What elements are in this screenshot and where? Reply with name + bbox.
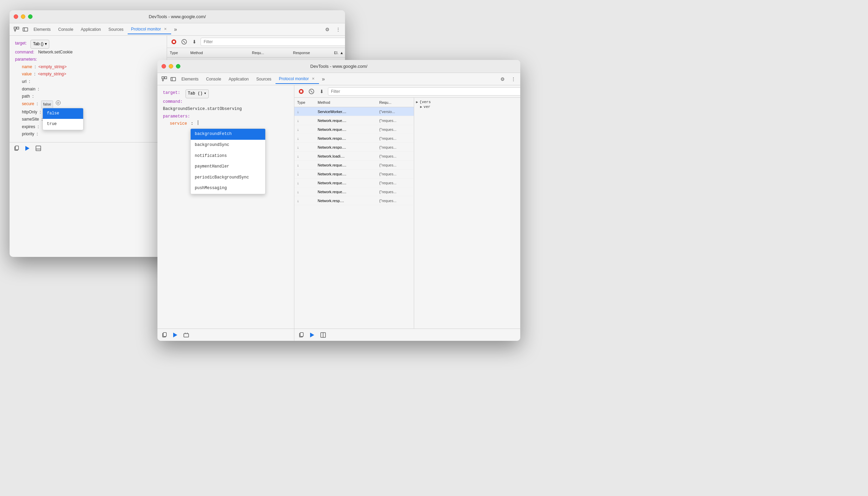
tab-console-2[interactable]: Console — [203, 74, 225, 84]
dock-icon-right-2[interactable] — [319, 331, 327, 339]
table-row-6[interactable]: ↓ Network.loadi.... {"reques... — [294, 152, 414, 161]
json-expand-arrow[interactable]: ▶ — [416, 100, 418, 104]
autocomplete-dropdown-2: backgroundFetch backgroundSync notificat… — [190, 128, 266, 194]
elements-icon-1[interactable] — [21, 25, 29, 34]
autocomplete-item-notifications[interactable]: notifications — [191, 151, 265, 162]
bool-option-true-1[interactable]: true — [43, 119, 83, 130]
td-type-9: ↓ — [294, 181, 315, 185]
table-row-1[interactable]: ↓ ServiceWorker.... {"versio... — [294, 107, 414, 116]
tab-application-2[interactable]: Application — [225, 74, 252, 84]
td-method-7: Network.reque.... — [315, 163, 376, 167]
table-header-1: Type Method Requ... Response El. ▲ » — [167, 48, 345, 58]
autocomplete-item-pushMessaging[interactable]: pushMessaging — [191, 183, 265, 194]
close-button-2[interactable] — [162, 64, 166, 69]
td-method-5: Network.respo.... — [315, 145, 376, 149]
tab-elements-1[interactable]: Elements — [30, 25, 54, 34]
td-method-1: ServiceWorker.... — [315, 110, 376, 114]
code-line-secure-1: secure : false ⊘ false true — [22, 100, 161, 109]
tab-sources-2[interactable]: Sources — [253, 74, 275, 84]
code-line-url-1: url : — [22, 78, 161, 86]
tab-sources-1[interactable]: Sources — [105, 25, 127, 34]
dock-icon-2[interactable] — [182, 331, 190, 339]
table-row-5[interactable]: ↓ Network.respo.... {"reques... — [294, 143, 414, 152]
bool-option-false-1[interactable]: false — [43, 108, 83, 119]
th-request-2: Requ... — [376, 100, 414, 104]
copy-icon-1[interactable] — [12, 144, 21, 152]
gear-icon-1[interactable]: ⚙ — [323, 25, 331, 34]
th-method-2: Method — [315, 100, 376, 104]
maximize-button-2[interactable] — [176, 64, 180, 69]
stop-recording-icon-1[interactable] — [170, 38, 178, 46]
td-type-3: ↓ — [294, 127, 315, 132]
target-dropdown-1[interactable]: Tab () ▾ — [30, 40, 49, 49]
tab-close-icon-1[interactable]: ✕ — [163, 27, 168, 32]
clear-secure-icon-1[interactable]: ⊘ — [56, 100, 61, 105]
minimize-button-2[interactable] — [169, 64, 173, 69]
window-title-2: DevTools - www.google.com/ — [310, 64, 368, 69]
dots-icon-2[interactable]: ⋮ — [509, 75, 518, 83]
tab-application-1[interactable]: Application — [77, 25, 104, 34]
tab-bar-right-2: ⚙ ⋮ — [498, 75, 518, 83]
table-row-11[interactable]: ↓ Network.resp.... {"reques... — [294, 196, 414, 205]
target-dropdown-2[interactable]: Tab () ▾ — [186, 89, 209, 98]
tab-more-icon-2[interactable]: » — [320, 76, 327, 82]
traffic-lights-1 — [14, 14, 33, 19]
svg-marker-23 — [173, 333, 177, 337]
td-type-4: ↓ — [294, 136, 315, 140]
table-row-3[interactable]: ↓ Network.reque.... {"reques... — [294, 125, 414, 134]
tab-protocol-monitor-1[interactable]: Protocol monitor ✕ — [128, 25, 171, 34]
tab-protocol-monitor-2[interactable]: Protocol monitor ✕ — [276, 74, 319, 84]
stop-recording-icon-2[interactable] — [297, 87, 305, 96]
download-icon-2[interactable]: ⬇ — [318, 87, 326, 96]
autocomplete-item-backgroundSync[interactable]: backgroundSync — [191, 140, 265, 151]
cancel-recording-icon-1[interactable] — [180, 38, 188, 46]
td-method-9: Network.reque.... — [315, 181, 376, 185]
td-method-3: Network.reque.... — [315, 127, 376, 132]
cancel-recording-icon-2[interactable] — [307, 87, 316, 96]
copy-icon-right-2[interactable] — [297, 331, 305, 339]
maximize-button-1[interactable] — [28, 14, 33, 19]
table-row-8[interactable]: ↓ Network.reque.... {"reques... — [294, 170, 414, 178]
elements-icon-2[interactable] — [169, 75, 177, 83]
svg-rect-4 — [23, 28, 28, 31]
send-button-1[interactable] — [23, 144, 31, 152]
filter-input-2[interactable] — [328, 87, 520, 96]
autocomplete-item-periodicBackgroundSync[interactable]: periodicBackgroundSync — [191, 172, 265, 183]
table-row-2[interactable]: ↓ Network.reque.... {"reques... — [294, 116, 414, 125]
autocomplete-item-paymentHandler[interactable]: paymentHandler — [191, 161, 265, 172]
table-row-10[interactable]: ↓ Network.reque.... {"reques... — [294, 187, 414, 196]
dock-icon-1[interactable] — [34, 144, 42, 152]
send-button-2[interactable] — [171, 331, 179, 339]
minimize-button-1[interactable] — [21, 14, 25, 19]
td-request-9: {"reques... — [376, 181, 414, 185]
inspect-icon-2[interactable] — [160, 75, 168, 83]
table-row-4[interactable]: ↓ Network.respo.... {"reques... — [294, 134, 414, 143]
left-pane-1: target: Tab () ▾ command: Network.setCoo… — [10, 36, 167, 154]
tab-bar-right-1: ⚙ ⋮ — [323, 25, 342, 34]
th-request-1: Requ... — [249, 51, 290, 55]
secure-value-badge-1: false — [41, 100, 53, 109]
tab-console-1[interactable]: Console — [55, 25, 77, 34]
tab-elements-2[interactable]: Elements — [178, 74, 202, 84]
td-type-5: ↓ — [294, 145, 315, 149]
gear-icon-2[interactable]: ⚙ — [498, 75, 507, 83]
tab-close-icon-2[interactable]: ✕ — [311, 76, 316, 81]
tab-more-icon-1[interactable]: » — [172, 26, 179, 33]
inspect-icon-1[interactable] — [12, 25, 21, 34]
table-row-9[interactable]: ↓ Network.reque.... {"reques... — [294, 178, 414, 187]
dots-icon-1[interactable]: ⋮ — [334, 25, 342, 34]
table-row-7[interactable]: ↓ Network.reque.... {"reques... — [294, 161, 414, 170]
copy-icon-2[interactable] — [160, 331, 168, 339]
autocomplete-item-backgroundFetch[interactable]: backgroundFetch — [191, 129, 265, 140]
left-pane-2: target: Tab () ▾ command: BackgroundServ… — [157, 85, 294, 341]
svg-line-14 — [183, 41, 185, 43]
json-child-arrow[interactable]: ▶ — [420, 105, 422, 109]
svg-line-30 — [310, 90, 312, 92]
download-icon-1[interactable]: ⬇ — [190, 38, 199, 46]
svg-rect-9 — [36, 146, 41, 151]
code-line-command-value-2: BackgroundService.startObserving — [163, 106, 289, 113]
send-button-right-2[interactable] — [308, 331, 316, 339]
filter-input-1[interactable] — [201, 38, 345, 46]
tab-bar-1: Elements Console Application Sources Pro… — [10, 23, 345, 36]
close-button-1[interactable] — [14, 14, 18, 19]
